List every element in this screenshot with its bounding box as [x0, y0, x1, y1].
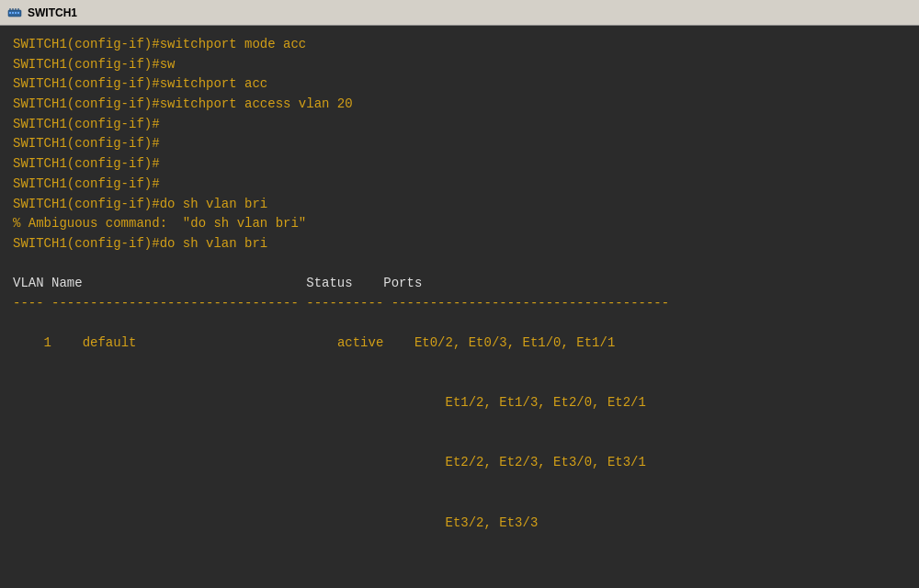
sep-status: ----------: [306, 296, 391, 311]
col-header-vlan: VLAN: [13, 276, 51, 290]
vlan-1-status: active: [337, 335, 414, 350]
switch-icon: [7, 6, 22, 20]
command-history: SWITCH1(config-if)#switchport mode accSW…: [13, 35, 906, 254]
vlan-row-1-cont2: Et2/2, Et2/3, Et3/0, Et3/1: [13, 434, 906, 493]
vlan-row-20: 20 Management active Et0/1: [13, 573, 906, 588]
col-header-name: Name: [51, 276, 306, 290]
vlan-row-1-cont1: Et1/2, Et1/3, Et2/0, Et2/1: [13, 374, 906, 434]
vlan-1-ports-2: Et1/2, Et1/3, Et2/0, Et2/1: [445, 395, 645, 410]
vlan-1-ports-1: Et0/2, Et0/3, Et1/0, Et1/1: [414, 335, 615, 350]
svg-rect-4: [17, 12, 19, 14]
col-header-status: Status: [306, 276, 383, 290]
blank-line-2: [13, 553, 906, 573]
sep-vlan: ----: [13, 296, 51, 311]
command-line: SWITCH1(config-if)#: [13, 115, 906, 135]
command-line: SWITCH1(config-if)#switchport mode acc: [13, 35, 906, 55]
sep-name: --------------------------------: [51, 296, 306, 311]
col-header-ports: Ports: [383, 276, 422, 290]
vlan-table-header: VLAN Name Status Ports: [13, 274, 906, 294]
command-line: SWITCH1(config-if)#do sh vlan bri: [13, 195, 906, 215]
command-line: SWITCH1(config-if)#do sh vlan bri: [13, 234, 906, 254]
vlan-1-name: default: [83, 335, 337, 350]
command-line: SWITCH1(config-if)#: [13, 154, 906, 175]
command-line: SWITCH1(config-if)#switchport access vla…: [13, 95, 906, 115]
command-line: SWITCH1(config-if)#: [13, 134, 906, 154]
titlebar: SWITCH1: [0, 0, 919, 26]
window-title: SWITCH1: [28, 6, 77, 19]
svg-rect-2: [12, 12, 14, 14]
command-line: % Ambiguous command: "do sh vlan bri": [13, 214, 906, 234]
vlan-1-id: 1: [44, 335, 83, 350]
command-line: SWITCH1(config-if)#: [13, 175, 906, 195]
command-line: SWITCH1(config-if)#switchport acc: [13, 74, 906, 95]
blank-line: [13, 254, 906, 275]
vlan-1-ports-3: Et2/2, Et2/3, Et3/0, Et3/1: [445, 455, 645, 469]
vlan-row-1: 1 default active Et0/2, Et0/3, Et1/0, Et…: [13, 314, 906, 374]
vlan-1-ports-4: Et3/2, Et3/3: [445, 515, 538, 530]
svg-rect-3: [15, 12, 17, 14]
vlan-table-separator: ---- -------------------------------- --…: [13, 294, 906, 314]
terminal-window: SWITCH1(config-if)#switchport mode accSW…: [0, 26, 919, 588]
vlan-row-1-cont3: Et3/2, Et3/3: [13, 493, 906, 553]
command-line: SWITCH1(config-if)#sw: [13, 55, 906, 75]
sep-ports: ------------------------------------: [391, 296, 669, 311]
svg-rect-1: [9, 12, 11, 14]
